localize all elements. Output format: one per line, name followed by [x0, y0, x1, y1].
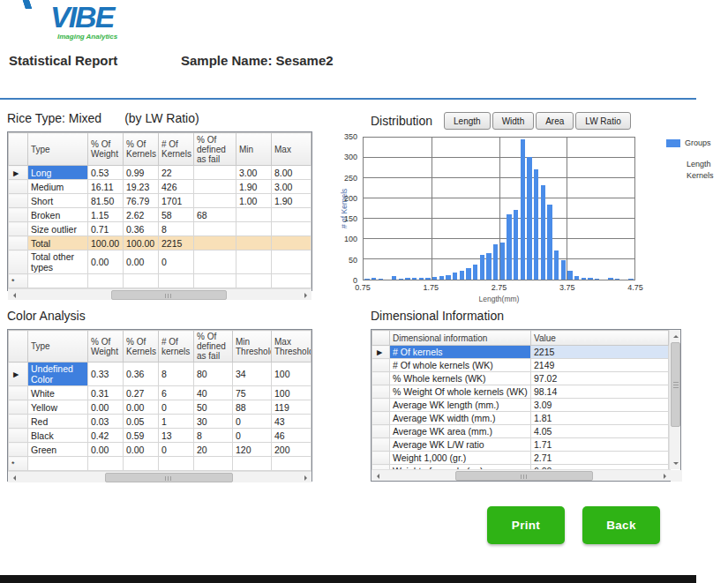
- scroll-up-icon[interactable]: [670, 330, 680, 341]
- cell-max[interactable]: 1.90: [272, 194, 311, 208]
- scroll-right-icon[interactable]: [659, 470, 671, 482]
- cell-metric-name[interactable]: % Weight Of whole kernels (WK): [390, 385, 531, 399]
- row-selector-cell[interactable]: [372, 412, 390, 425]
- cell-min[interactable]: [236, 236, 272, 250]
- row-selector-cell[interactable]: [372, 452, 390, 465]
- cell-pct-kernels[interactable]: 0.27: [124, 386, 159, 400]
- cell-num-kernels[interactable]: 0: [159, 400, 194, 415]
- row-selector-cell[interactable]: [372, 385, 390, 399]
- cell-metric-value[interactable]: 1.81: [531, 412, 669, 425]
- cell-num-kernels[interactable]: 0: [159, 443, 194, 457]
- cell-max[interactable]: [272, 208, 311, 222]
- cell-max-threshold[interactable]: 200: [272, 443, 311, 457]
- cell-pct-fail[interactable]: [194, 194, 236, 208]
- cell-pct-kernels[interactable]: 0.00: [124, 250, 159, 274]
- cell-pct-fail[interactable]: [194, 222, 236, 236]
- row-selector-cell[interactable]: [9, 208, 28, 222]
- cell-type[interactable]: Size outlier: [28, 222, 88, 236]
- column-header-min[interactable]: Min: [236, 133, 272, 166]
- row-header-corner[interactable]: [372, 331, 390, 346]
- cell-pct-kernels[interactable]: 0.05: [124, 415, 159, 429]
- cell-type[interactable]: Short: [28, 194, 88, 208]
- cell-metric-name[interactable]: Average WK width (mm.): [390, 412, 531, 425]
- row-selector-cell[interactable]: [9, 180, 28, 194]
- cell-pct-weight[interactable]: 0.00: [88, 443, 124, 457]
- scroll-down-icon[interactable]: [670, 458, 680, 469]
- row-selector-cell[interactable]: [372, 425, 390, 438]
- cell-max-threshold[interactable]: 100: [272, 363, 311, 386]
- cell-num-kernels[interactable]: 13: [159, 429, 194, 443]
- column-header-type[interactable]: Type: [28, 133, 88, 166]
- row-selector-cell[interactable]: ►: [9, 363, 28, 386]
- horizontal-scrollbar[interactable]: [8, 471, 311, 482]
- column-header-pct-fail[interactable]: % Of defined as fail: [194, 331, 233, 363]
- cell-metric-name[interactable]: # Of kernels: [390, 346, 531, 359]
- column-header-pct-kernels[interactable]: % Of Kernels: [124, 331, 159, 363]
- cell-min[interactable]: 1.90: [236, 180, 272, 194]
- cell-pct-weight[interactable]: 0.33: [88, 363, 124, 386]
- cell-max[interactable]: 3.00: [272, 180, 311, 194]
- cell-metric-name[interactable]: # Of whole kernels (WK): [390, 359, 531, 372]
- cell-type[interactable]: Long: [28, 166, 88, 180]
- cell-num-kernels[interactable]: 426: [159, 180, 194, 194]
- column-header-max-threshold[interactable]: Max Threshold: [272, 331, 311, 363]
- cell-metric-name[interactable]: Average WK L/W ratio: [390, 438, 531, 452]
- distribution-filter-button[interactable]: LW Ratio: [575, 112, 630, 130]
- cell-empty[interactable]: [28, 457, 88, 471]
- column-header-pct-kernels[interactable]: % Of Kernels: [124, 133, 159, 166]
- cell-type[interactable]: Yellow: [28, 400, 88, 415]
- cell-min-threshold[interactable]: 34: [233, 363, 272, 386]
- cell-pct-fail[interactable]: [194, 180, 236, 194]
- cell-max[interactable]: [272, 250, 311, 274]
- horizontal-scrollbar[interactable]: [8, 288, 311, 300]
- cell-empty[interactable]: [159, 457, 194, 471]
- row-selector-cell[interactable]: [9, 400, 28, 415]
- cell-empty[interactable]: [124, 274, 159, 288]
- cell-num-kernels[interactable]: 22: [159, 166, 194, 180]
- cell-pct-kernels[interactable]: 0.59: [124, 429, 159, 443]
- cell-empty[interactable]: [28, 274, 88, 288]
- cell-pct-weight[interactable]: 1.15: [88, 208, 124, 222]
- cell-max-threshold[interactable]: 43: [272, 415, 311, 429]
- cell-num-kernels[interactable]: 0: [159, 250, 194, 274]
- cell-pct-weight[interactable]: 16.11: [88, 180, 124, 194]
- cell-pct-fail[interactable]: 30: [194, 415, 233, 429]
- row-selector-cell[interactable]: [372, 438, 390, 452]
- cell-num-kernels[interactable]: 58: [159, 208, 194, 222]
- cell-max-threshold[interactable]: 119: [272, 400, 311, 415]
- cell-pct-kernels[interactable]: 0.00: [124, 400, 159, 415]
- cell-min-threshold[interactable]: 0: [233, 429, 272, 443]
- cell-metric-name[interactable]: % Whole kernels (WK): [390, 372, 531, 385]
- cell-pct-fail[interactable]: 20: [194, 443, 233, 457]
- row-selector-cell[interactable]: [9, 222, 28, 236]
- row-selector-cell[interactable]: [372, 359, 390, 372]
- row-selector-cell[interactable]: [9, 415, 28, 429]
- cell-pct-fail[interactable]: 80: [194, 363, 233, 386]
- cell-metric-value[interactable]: 2149: [531, 359, 669, 372]
- cell-min-threshold[interactable]: 120: [233, 443, 272, 457]
- cell-pct-fail[interactable]: 40: [194, 386, 233, 400]
- cell-pct-weight[interactable]: 0.31: [88, 386, 124, 400]
- cell-type[interactable]: Black: [28, 429, 88, 443]
- scrollbar-thumb[interactable]: [671, 342, 680, 427]
- cell-empty[interactable]: [88, 274, 124, 288]
- row-header-corner[interactable]: [9, 331, 28, 363]
- cell-pct-kernels[interactable]: 0.36: [124, 363, 159, 386]
- cell-empty[interactable]: [194, 274, 236, 288]
- cell-min[interactable]: [236, 222, 272, 236]
- cell-empty[interactable]: [124, 457, 159, 471]
- row-selector-cell[interactable]: ►: [372, 346, 390, 359]
- cell-min-threshold[interactable]: 75: [233, 386, 272, 400]
- column-header-type[interactable]: Type: [28, 331, 88, 363]
- cell-metric-name[interactable]: Average WK length (mm.): [390, 399, 531, 412]
- cell-empty[interactable]: [159, 274, 194, 288]
- cell-min-threshold[interactable]: 88: [233, 400, 272, 415]
- cell-pct-kernels[interactable]: 0.00: [124, 443, 159, 457]
- column-header-num-kernels[interactable]: # Of Kernels: [159, 133, 194, 166]
- cell-min[interactable]: [236, 250, 272, 274]
- row-selector-cell[interactable]: [9, 429, 28, 443]
- column-header-pct-weight[interactable]: % Of Weight: [88, 133, 124, 166]
- row-selector-cell[interactable]: [372, 399, 390, 412]
- cell-empty[interactable]: [88, 457, 124, 471]
- cell-type[interactable]: Broken: [28, 208, 88, 222]
